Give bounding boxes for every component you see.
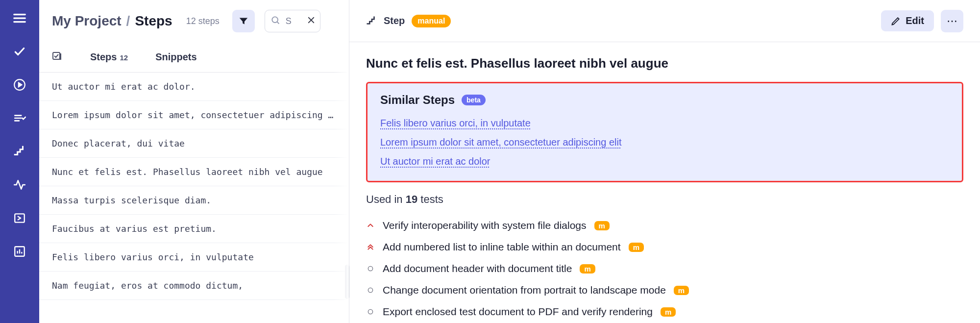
- priority-low-icon: [366, 287, 375, 294]
- menu-icon[interactable]: [11, 10, 28, 26]
- svg-point-19: [368, 288, 372, 292]
- used-in-label: Used in 19 tests: [366, 193, 963, 206]
- tab-steps-label: Steps: [90, 51, 117, 63]
- checklist-icon[interactable]: [11, 110, 28, 126]
- priority-low-icon: [366, 308, 375, 315]
- step-row[interactable]: Felis libero varius orci, in vulputate: [39, 243, 349, 272]
- priority-high-icon: [366, 222, 375, 229]
- test-item[interactable]: Add numbered list to inline table within…: [366, 236, 963, 258]
- right-pane: Step manual Edit ⋯ Nunc et felis est. Ph…: [349, 0, 980, 323]
- tab-steps[interactable]: Steps 12: [90, 51, 128, 63]
- project-name[interactable]: My Project: [52, 13, 122, 29]
- crumb-step-label: Step: [384, 15, 405, 26]
- step-row[interactable]: Lorem ipsum dolor sit amet, consectetuer…: [39, 101, 349, 129]
- svg-point-18: [368, 266, 372, 271]
- svg-marker-4: [19, 83, 22, 87]
- manual-badge-small: m: [594, 221, 610, 230]
- steps-icon: [366, 16, 377, 26]
- page-title: Steps: [135, 13, 172, 29]
- sidebar: [0, 0, 39, 323]
- play-circle-icon[interactable]: [11, 76, 28, 93]
- check-icon[interactable]: [11, 43, 28, 60]
- similar-step-link[interactable]: Lorem ipsum dolor sit amet, consectetuer…: [380, 137, 621, 148]
- test-name: Change document orientation from portrai…: [383, 284, 666, 296]
- tab-steps-count: 12: [120, 53, 128, 62]
- test-item[interactable]: Change document orientation from portrai…: [366, 279, 963, 301]
- svg-point-13: [272, 17, 278, 23]
- steps-icon[interactable]: [11, 143, 28, 160]
- priority-low-icon: [366, 265, 375, 272]
- search-icon: [270, 15, 280, 27]
- import-icon[interactable]: [11, 210, 28, 226]
- right-body: Nunc et felis est. Phasellus laoreet nib…: [349, 42, 980, 323]
- similar-steps-box: Similar Steps beta Felis libero varius o…: [366, 82, 963, 182]
- manual-badge-small: m: [674, 286, 689, 295]
- manual-badge-small: m: [629, 243, 644, 252]
- more-button[interactable]: ⋯: [941, 10, 963, 32]
- right-header: Step manual Edit ⋯: [349, 0, 980, 42]
- step-row[interactable]: Nam feugiat, eros at commodo dictum,: [39, 272, 349, 300]
- step-row[interactable]: Massa turpis scelerisque diam.: [39, 186, 349, 215]
- edit-button[interactable]: Edit: [881, 10, 934, 31]
- test-item[interactable]: Verify interoperability with system file…: [366, 215, 963, 236]
- left-pane: My Project / Steps 12 steps: [39, 0, 349, 323]
- tab-snippets[interactable]: Snippets: [155, 51, 196, 63]
- close-icon[interactable]: [307, 16, 316, 26]
- breadcrumb-separator: /: [126, 13, 130, 29]
- svg-line-14: [277, 22, 279, 24]
- test-name: Export enclosed test document to PDF and…: [383, 306, 653, 318]
- test-name: Add numbered list to inline table within…: [383, 241, 621, 253]
- manual-badge-small: m: [580, 264, 595, 273]
- filter-button[interactable]: [232, 10, 255, 32]
- manual-badge-small: m: [661, 307, 676, 317]
- step-crumb: Step manual: [366, 15, 451, 27]
- similar-title: Similar Steps: [380, 93, 455, 107]
- manual-badge: manual: [412, 15, 451, 27]
- report-icon[interactable]: [11, 243, 28, 260]
- step-title: Nunc et felis est. Phasellus laoreet nib…: [366, 56, 963, 71]
- step-row[interactable]: Nunc et felis est. Phasellus laoreet nib…: [39, 158, 349, 186]
- step-row[interactable]: Ut auctor mi erat ac dolor.: [39, 73, 349, 101]
- search-wrap: [265, 10, 320, 32]
- pencil-icon: [891, 16, 901, 26]
- beta-badge: beta: [462, 95, 486, 105]
- tabs: Steps 12 Snippets: [39, 42, 349, 73]
- dots-icon: ⋯: [947, 15, 957, 27]
- activity-icon[interactable]: [11, 176, 28, 193]
- edit-label: Edit: [906, 15, 924, 26]
- test-item[interactable]: Export enclosed test document to PDF and…: [366, 301, 963, 323]
- test-name: Add document header with document title: [383, 263, 572, 274]
- step-row[interactable]: Donec placerat, dui vitae: [39, 129, 349, 158]
- similar-step-link[interactable]: Ut auctor mi erat ac dolor: [380, 156, 490, 167]
- step-row[interactable]: Faucibus at varius est pretium.: [39, 215, 349, 243]
- similar-step-link[interactable]: Felis libero varius orci, in vulputate: [380, 118, 531, 129]
- step-list: Ut auctor mi erat ac dolor. Lorem ipsum …: [39, 73, 349, 323]
- step-count: 12 steps: [186, 16, 220, 26]
- select-all-icon[interactable]: [51, 50, 63, 64]
- test-name: Verify interoperability with system file…: [383, 220, 587, 231]
- left-header: My Project / Steps 12 steps: [39, 0, 349, 42]
- svg-point-20: [368, 309, 372, 314]
- test-item[interactable]: Add document header with document title …: [366, 258, 963, 279]
- tab-snippets-label: Snippets: [155, 51, 196, 63]
- svg-rect-17: [53, 52, 60, 59]
- scrollbar-thumb[interactable]: [345, 265, 349, 299]
- breadcrumb: My Project / Steps: [52, 13, 172, 29]
- priority-highest-icon: [366, 243, 375, 251]
